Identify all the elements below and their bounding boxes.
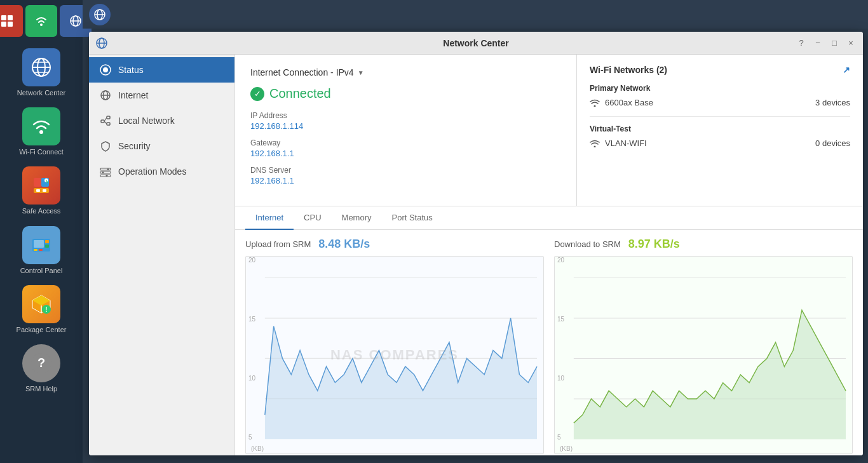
local-network-icon bbox=[99, 114, 112, 127]
sidebar-item-operation-modes[interactable]: Operation Modes bbox=[89, 159, 234, 184]
charts-container: Upload from SRM 8.48 KB/s NAS COMPARES 2… bbox=[235, 230, 863, 455]
minimize-button[interactable]: − bbox=[812, 37, 824, 49]
connected-status: ✓ Connected bbox=[250, 86, 561, 101]
svg-rect-50 bbox=[100, 168, 111, 170]
svg-line-48 bbox=[104, 117, 107, 121]
primary-devices: 3 devices bbox=[815, 98, 850, 107]
svg-rect-0 bbox=[1, 15, 6, 20]
sidebar-local-network-label: Local Network bbox=[118, 116, 175, 126]
download-y-labels: 20 15 10 5 bbox=[557, 257, 564, 441]
svg-rect-17 bbox=[36, 189, 40, 192]
virtual-network-section: Virtual-Test VLAN-WIFI 0 devices bbox=[590, 124, 850, 148]
maximize-button[interactable]: □ bbox=[829, 37, 840, 49]
tab-cpu[interactable]: CPU bbox=[294, 206, 331, 230]
wifi-taskbar-icon[interactable] bbox=[25, 5, 57, 37]
upload-label: Upload from SRM bbox=[245, 239, 311, 249]
app-safe-access-label: Safe Access bbox=[22, 207, 61, 215]
app-srm-help-label: SRM Help bbox=[25, 385, 57, 393]
virtual-network-name: VLAN-WIFI bbox=[590, 138, 647, 148]
app-wifi-connect-label: Wi-Fi Connect bbox=[19, 148, 64, 156]
gateway-label: Gateway bbox=[250, 138, 561, 147]
svg-rect-1 bbox=[8, 15, 13, 20]
ip-address-item: IP Address 192.168.1.114 bbox=[250, 111, 561, 131]
grid-icon[interactable] bbox=[0, 5, 23, 37]
download-x-label: (KB) bbox=[560, 445, 573, 452]
tab-memory[interactable]: Memory bbox=[332, 206, 382, 230]
sidebar-operation-modes-label: Operation Modes bbox=[118, 166, 186, 177]
svg-point-54 bbox=[102, 171, 104, 173]
close-button[interactable]: × bbox=[845, 37, 857, 49]
svg-marker-62 bbox=[265, 318, 537, 439]
window-title-icon bbox=[95, 37, 108, 50]
virtual-devices: 0 devices bbox=[815, 138, 850, 148]
svg-point-53 bbox=[107, 168, 109, 170]
svg-rect-26 bbox=[39, 249, 43, 251]
sidebar-item-internet[interactable]: Internet bbox=[89, 83, 234, 108]
sidebar-status-label: Status bbox=[118, 65, 144, 75]
primary-network-section: Primary Network 6600ax Base 3 device bbox=[590, 84, 850, 107]
svg-rect-22 bbox=[34, 240, 44, 248]
status-icon bbox=[99, 64, 112, 76]
download-chart-svg bbox=[555, 257, 852, 453]
chart-tabs: Internet CPU Memory Port Status bbox=[235, 206, 863, 230]
upload-value: 8.48 KB/s bbox=[318, 238, 370, 251]
main-content: Internet Connection - IPv4 ▼ ✓ Connected… bbox=[235, 55, 863, 455]
primary-network-label: Primary Network bbox=[590, 84, 850, 93]
window-titlebar: Network Center ? − □ × bbox=[89, 32, 863, 55]
app-wifi-connect[interactable]: Wi-Fi Connect bbox=[3, 104, 79, 160]
sidebar-item-local-network[interactable]: Local Network bbox=[89, 108, 234, 133]
primary-network-item: 6600ax Base 3 devices bbox=[590, 98, 850, 107]
wifi-panel: Wi-Fi Networks (2) ↗ Primary Network bbox=[577, 55, 863, 206]
operation-modes-icon bbox=[99, 165, 112, 178]
app-network-center-label: Network Center bbox=[17, 89, 65, 97]
svg-rect-25 bbox=[34, 249, 37, 251]
sidebar-security-label: Security bbox=[118, 141, 151, 151]
svg-rect-18 bbox=[43, 189, 46, 192]
upload-x-label: (KB) bbox=[251, 445, 264, 452]
dns-item: DNS Server 192.168.1.1 bbox=[250, 166, 561, 185]
app-network-center[interactable]: Network Center bbox=[3, 44, 79, 101]
sidebar-item-security[interactable]: Security bbox=[89, 133, 234, 159]
app-safe-access[interactable]: Safe Access bbox=[3, 163, 79, 219]
wifi-expand-icon[interactable]: ↗ bbox=[843, 65, 850, 75]
connection-header-text: Internet Connection - IPv4 bbox=[250, 67, 354, 77]
wifi-title-text: Wi-Fi Networks (2) bbox=[590, 65, 667, 75]
svg-rect-45 bbox=[101, 120, 104, 123]
gateway-value[interactable]: 192.168.1.1 bbox=[250, 149, 561, 158]
wifi-panel-title: Wi-Fi Networks (2) ↗ bbox=[590, 65, 850, 75]
connection-dropdown-arrow[interactable]: ▼ bbox=[358, 69, 364, 76]
upload-y-labels: 20 15 10 5 bbox=[248, 257, 255, 441]
dns-label: DNS Server bbox=[250, 166, 561, 175]
virtual-network-label: Virtual-Test bbox=[590, 124, 850, 133]
window-title: Network Center bbox=[443, 38, 508, 48]
dns-value[interactable]: 192.168.1.1 bbox=[250, 176, 561, 185]
svg-rect-23 bbox=[45, 240, 49, 243]
svg-line-49 bbox=[104, 121, 107, 124]
top-bar-network-icon[interactable] bbox=[89, 4, 111, 25]
ip-value[interactable]: 192.168.1.114 bbox=[250, 121, 561, 131]
svg-point-13 bbox=[39, 130, 43, 134]
ip-label: IP Address bbox=[250, 111, 561, 120]
top-bar bbox=[83, 0, 868, 29]
download-value: 8.97 KB/s bbox=[628, 238, 680, 251]
app-control-panel[interactable]: Control Panel bbox=[3, 222, 79, 279]
download-chart-header: Download to SRM 8.97 KB/s bbox=[554, 238, 853, 251]
app-package-center-label: Package Center bbox=[17, 326, 67, 334]
charts-area: Internet CPU Memory Port Status Upload f… bbox=[235, 206, 863, 455]
app-package-center[interactable]: ! Package Center bbox=[3, 281, 79, 338]
connection-header: Internet Connection - IPv4 ▼ bbox=[250, 67, 561, 77]
sidebar-item-status[interactable]: Status bbox=[89, 57, 234, 83]
svg-rect-46 bbox=[107, 116, 110, 119]
tab-internet[interactable]: Internet bbox=[245, 206, 294, 230]
info-row: Internet Connection - IPv4 ▼ ✓ Connected… bbox=[235, 55, 863, 206]
svg-rect-2 bbox=[1, 22, 6, 27]
svg-point-4 bbox=[40, 23, 43, 26]
svg-marker-67 bbox=[574, 310, 846, 439]
svg-point-57 bbox=[594, 145, 596, 147]
app-srm-help[interactable]: ? SRM Help bbox=[3, 340, 79, 397]
window-controls: ? − □ × bbox=[796, 37, 857, 49]
help-button[interactable]: ? bbox=[796, 37, 807, 49]
upload-chart-svg bbox=[246, 257, 543, 453]
tab-port-status[interactable]: Port Status bbox=[382, 206, 443, 230]
window-body: Status Internet bbox=[89, 55, 863, 455]
